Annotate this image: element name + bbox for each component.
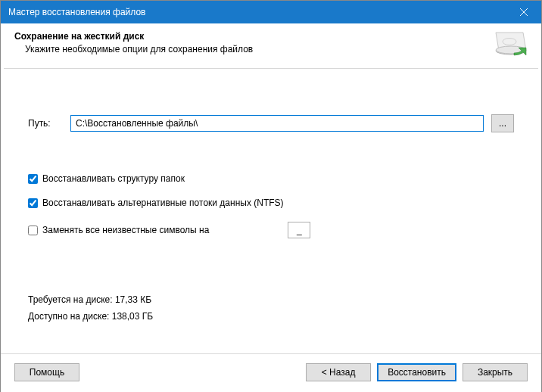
recover-button[interactable]: Восстановить [377,363,456,381]
header-subtitle: Укажите необходимые опции для сохранения… [14,44,528,54]
footer-spacer [86,363,300,381]
help-button[interactable]: Помощь [14,363,79,381]
path-row: Путь: ... [28,114,514,132]
close-button[interactable]: Закрыть [463,363,528,381]
header-title: Сохранение на жесткий диск [14,31,528,42]
back-button[interactable]: < Назад [306,363,371,381]
footer: Помощь < Назад Восстановить Закрыть [1,353,541,392]
replace-unknown-label[interactable]: Заменять все неизвестные символы на [42,225,209,235]
disk-required: Требуется на диске: 17,33 КБ [28,291,514,308]
wizard-header: Сохранение на жесткий диск Укажите необх… [1,23,541,68]
hdd-save-icon [493,31,529,64]
restore-ntfs-row: Восстанавливать альтернативные потоки да… [28,198,514,208]
disk-available: Доступно на диске: 138,03 ГБ [28,308,514,325]
replace-unknown-row: Заменять все неизвестные символы на [28,222,514,238]
replace-char-input[interactable] [288,222,310,238]
restore-structure-row: Восстанавливать структуру папок [28,173,514,184]
window-title: Мастер восстановления файлов [8,7,506,17]
restore-structure-label[interactable]: Восстанавливать структуру папок [42,173,185,184]
browse-button[interactable]: ... [491,114,514,132]
titlebar: Мастер восстановления файлов [1,1,541,23]
replace-unknown-checkbox[interactable] [28,226,38,235]
path-input[interactable] [70,115,484,132]
path-label: Путь: [28,118,63,129]
restore-ntfs-label[interactable]: Восстанавливать альтернативные потоки да… [42,198,284,208]
close-icon [520,8,528,16]
restore-structure-checkbox[interactable] [28,174,38,184]
content-area: Путь: ... Восстанавливать структуру папо… [1,69,541,340]
close-window-button[interactable] [506,1,541,23]
disk-info: Требуется на диске: 17,33 КБ Доступно на… [28,291,514,325]
restore-ntfs-checkbox[interactable] [28,198,38,208]
